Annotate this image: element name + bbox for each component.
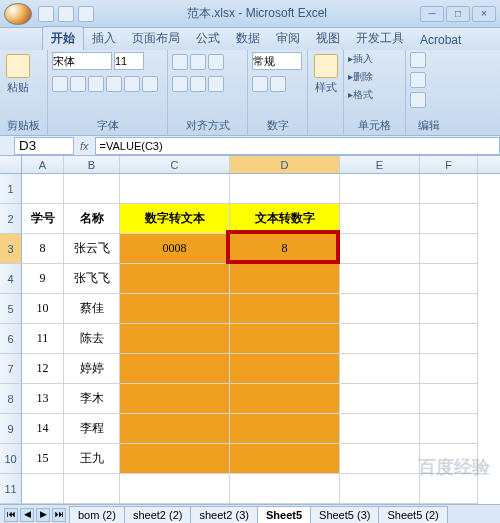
cell-A9[interactable]: 14 <box>22 414 64 444</box>
select-all-corner[interactable] <box>0 156 22 173</box>
cell-A4[interactable]: 9 <box>22 264 64 294</box>
cell-E2[interactable] <box>340 204 420 234</box>
row-header-10[interactable]: 10 <box>0 444 22 474</box>
cell-C6[interactable] <box>120 324 230 354</box>
cell-C4[interactable] <box>120 264 230 294</box>
cell-A1[interactable] <box>22 174 64 204</box>
delete-button[interactable]: ▸删除 <box>348 70 373 84</box>
cell-B5[interactable]: 蔡佳 <box>64 294 120 324</box>
office-button[interactable] <box>4 3 32 25</box>
tab-nav-first[interactable]: ⏮ <box>4 508 18 522</box>
cell-D7[interactable] <box>230 354 340 384</box>
font-color-icon[interactable] <box>142 76 158 92</box>
col-header-B[interactable]: B <box>64 156 120 173</box>
close-button[interactable]: × <box>472 6 496 22</box>
cell-E9[interactable] <box>340 414 420 444</box>
cell-E4[interactable] <box>340 264 420 294</box>
ribbon-tab-审阅[interactable]: 审阅 <box>268 27 308 50</box>
cell-E1[interactable] <box>340 174 420 204</box>
row-header-7[interactable]: 7 <box>0 354 22 384</box>
row-header-9[interactable]: 9 <box>0 414 22 444</box>
align-middle-icon[interactable] <box>190 54 206 70</box>
paste-button[interactable]: 粘贴 <box>4 52 32 97</box>
cell-E5[interactable] <box>340 294 420 324</box>
cell-D2[interactable]: 文本转数字 <box>230 204 340 234</box>
cell-D3[interactable]: 8 <box>230 234 340 264</box>
sheet-tab-Sheet5-(3)[interactable]: Sheet5 (3) <box>310 506 379 524</box>
cell-F10[interactable] <box>420 444 478 474</box>
ribbon-tab-开始[interactable]: 开始 <box>42 26 84 50</box>
minimize-button[interactable]: ─ <box>420 6 444 22</box>
ribbon-tab-Acrobat[interactable]: Acrobat <box>412 30 469 50</box>
row-header-4[interactable]: 4 <box>0 264 22 294</box>
cell-D10[interactable] <box>230 444 340 474</box>
cell-B8[interactable]: 李木 <box>64 384 120 414</box>
cell-A2[interactable]: 学号 <box>22 204 64 234</box>
tab-nav-prev[interactable]: ◀ <box>20 508 34 522</box>
row-header-11[interactable]: 11 <box>0 474 22 504</box>
cell-B7[interactable]: 婷婷 <box>64 354 120 384</box>
cell-E7[interactable] <box>340 354 420 384</box>
cell-F1[interactable] <box>420 174 478 204</box>
cell-E8[interactable] <box>340 384 420 414</box>
col-header-C[interactable]: C <box>120 156 230 173</box>
cell-C3[interactable]: 0008 <box>120 234 230 264</box>
ribbon-tab-页面布局[interactable]: 页面布局 <box>124 27 188 50</box>
insert-button[interactable]: ▸插入 <box>348 52 373 66</box>
cell-C1[interactable] <box>120 174 230 204</box>
cell-D11[interactable] <box>230 474 340 504</box>
cell-C2[interactable]: 数字转文本 <box>120 204 230 234</box>
font-name-combo[interactable] <box>52 52 112 70</box>
tab-nav-next[interactable]: ▶ <box>36 508 50 522</box>
underline-icon[interactable] <box>88 76 104 92</box>
ribbon-tab-数据[interactable]: 数据 <box>228 27 268 50</box>
row-header-8[interactable]: 8 <box>0 384 22 414</box>
font-size-combo[interactable] <box>114 52 144 70</box>
align-bottom-icon[interactable] <box>208 54 224 70</box>
tab-nav-last[interactable]: ⏭ <box>52 508 66 522</box>
cell-B2[interactable]: 名称 <box>64 204 120 234</box>
name-box[interactable] <box>14 137 74 155</box>
col-header-D[interactable]: D <box>230 156 340 173</box>
number-format-combo[interactable] <box>252 52 302 70</box>
cell-F8[interactable] <box>420 384 478 414</box>
maximize-button[interactable]: □ <box>446 6 470 22</box>
cell-F7[interactable] <box>420 354 478 384</box>
percent-icon[interactable] <box>252 76 268 92</box>
cell-E6[interactable] <box>340 324 420 354</box>
cell-E10[interactable] <box>340 444 420 474</box>
ribbon-tab-视图[interactable]: 视图 <box>308 27 348 50</box>
italic-icon[interactable] <box>70 76 86 92</box>
sheet-tab-sheet2-(3)[interactable]: sheet2 (3) <box>190 506 258 524</box>
comma-icon[interactable] <box>270 76 286 92</box>
save-icon[interactable] <box>38 6 54 22</box>
cell-D6[interactable] <box>230 324 340 354</box>
format-button[interactable]: ▸格式 <box>348 88 373 102</box>
cell-B10[interactable]: 王九 <box>64 444 120 474</box>
cell-A11[interactable] <box>22 474 64 504</box>
align-top-icon[interactable] <box>172 54 188 70</box>
cell-B4[interactable]: 张飞飞 <box>64 264 120 294</box>
undo-icon[interactable] <box>58 6 74 22</box>
cell-C11[interactable] <box>120 474 230 504</box>
row-header-5[interactable]: 5 <box>0 294 22 324</box>
cell-B11[interactable] <box>64 474 120 504</box>
bold-icon[interactable] <box>52 76 68 92</box>
cell-E11[interactable] <box>340 474 420 504</box>
fill-color-icon[interactable] <box>124 76 140 92</box>
cell-A8[interactable]: 13 <box>22 384 64 414</box>
cell-D4[interactable] <box>230 264 340 294</box>
cell-A3[interactable]: 8 <box>22 234 64 264</box>
ribbon-tab-插入[interactable]: 插入 <box>84 27 124 50</box>
cells-area[interactable]: 学号名称数字转文本文本转数字8张云飞000889张飞飞10蔡佳11陈去12婷婷1… <box>22 174 478 504</box>
styles-button[interactable]: 样式 <box>312 52 340 97</box>
cell-C5[interactable] <box>120 294 230 324</box>
ribbon-tab-公式[interactable]: 公式 <box>188 27 228 50</box>
cell-A10[interactable]: 15 <box>22 444 64 474</box>
sort-icon[interactable] <box>410 72 426 88</box>
row-header-2[interactable]: 2 <box>0 204 22 234</box>
spreadsheet-grid[interactable]: ABCDEF 1234567891011 学号名称数字转文本文本转数字8张云飞0… <box>0 156 500 504</box>
cell-C9[interactable] <box>120 414 230 444</box>
cell-C7[interactable] <box>120 354 230 384</box>
align-center-icon[interactable] <box>190 76 206 92</box>
